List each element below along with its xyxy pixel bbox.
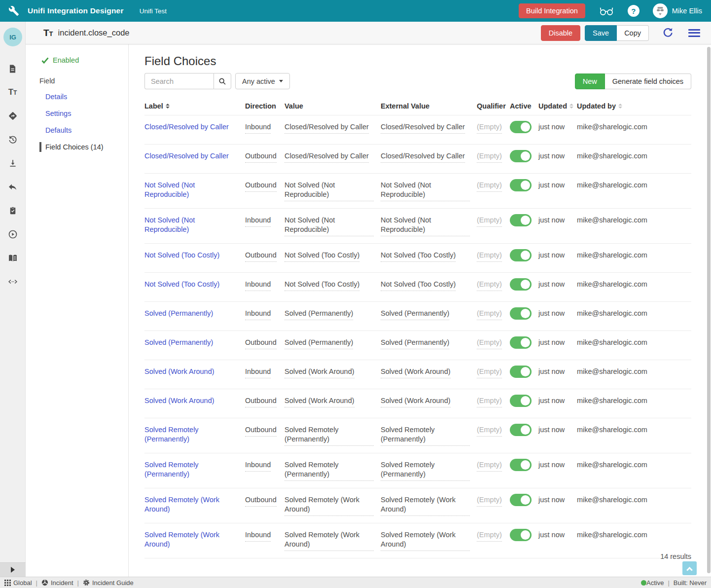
- status-bar-incident[interactable]: Incident: [41, 579, 73, 587]
- active-toggle[interactable]: [510, 307, 532, 320]
- active-toggle[interactable]: [510, 249, 532, 261]
- sidebar-item-field-choices[interactable]: Field Choices (14): [39, 142, 128, 152]
- direction-cell[interactable]: Inbound: [245, 280, 271, 291]
- build-integration-button[interactable]: Build Integration: [519, 3, 585, 18]
- external-value-cell[interactable]: Solved (Permanently): [381, 338, 449, 349]
- user-name[interactable]: Mike Ellis: [672, 7, 702, 15]
- value-cell[interactable]: Closed/Resolved by Caller: [284, 151, 369, 163]
- external-value-cell[interactable]: Closed/Resolved by Caller: [381, 151, 465, 163]
- value-cell[interactable]: Not Solved (Too Costly): [284, 280, 359, 291]
- qualifier-cell[interactable]: (Empty): [477, 338, 502, 349]
- history-icon[interactable]: [0, 128, 25, 151]
- field-choice-link[interactable]: Solved (Work Around): [144, 397, 214, 404]
- external-value-cell[interactable]: Solved (Permanently): [381, 309, 449, 320]
- field-choice-link[interactable]: Solved Remotely (Work Around): [144, 531, 219, 548]
- column-header-value[interactable]: Value: [284, 102, 381, 110]
- user-avatar[interactable]: [653, 3, 668, 18]
- active-toggle[interactable]: [510, 150, 532, 162]
- download-icon[interactable]: [0, 151, 25, 175]
- column-header-external-value[interactable]: External Value: [381, 102, 477, 110]
- status-bar-global[interactable]: Global: [4, 579, 32, 587]
- new-button[interactable]: New: [575, 74, 605, 89]
- code-icon[interactable]: [0, 270, 25, 294]
- value-cell[interactable]: Solved (Work Around): [284, 396, 355, 407]
- value-cell[interactable]: Not Solved (Not Reproducible): [284, 216, 374, 236]
- sidebar-item-settings[interactable]: Settings: [45, 109, 128, 118]
- field-choice-link[interactable]: Solved Remotely (Work Around): [144, 496, 219, 513]
- qualifier-cell[interactable]: (Empty): [477, 367, 502, 378]
- direction-cell[interactable]: Inbound: [245, 309, 271, 320]
- active-toggle[interactable]: [510, 336, 532, 349]
- qualifier-cell[interactable]: (Empty): [477, 280, 502, 291]
- direction-cell[interactable]: Outbound: [245, 151, 277, 163]
- sidebar-item-details[interactable]: Details: [45, 92, 128, 102]
- qualifier-cell[interactable]: (Empty): [477, 495, 502, 507]
- field-choice-link[interactable]: Closed/Resolved by Caller: [144, 123, 229, 131]
- tasks-icon[interactable]: [0, 199, 25, 222]
- active-toggle[interactable]: [510, 121, 532, 133]
- page-scrollbar[interactable]: [707, 47, 711, 573]
- field-choice-link[interactable]: Closed/Resolved by Caller: [144, 152, 229, 160]
- value-cell[interactable]: Not Solved (Too Costly): [284, 251, 359, 262]
- qualifier-cell[interactable]: (Empty): [477, 216, 502, 227]
- qualifier-cell[interactable]: (Empty): [477, 251, 502, 262]
- direction-cell[interactable]: Inbound: [245, 530, 271, 542]
- navigation-icon[interactable]: [0, 104, 25, 128]
- value-cell[interactable]: Closed/Resolved by Caller: [284, 122, 369, 134]
- value-cell[interactable]: Not Solved (Not Reproducible): [284, 181, 374, 201]
- column-header-label[interactable]: Label: [144, 102, 245, 110]
- column-header-updated[interactable]: Updated: [538, 102, 577, 110]
- disable-button[interactable]: Disable: [541, 25, 580, 41]
- column-header-direction[interactable]: Direction: [245, 102, 284, 110]
- qualifier-cell[interactable]: (Empty): [477, 151, 502, 163]
- field-choice-link[interactable]: Not Solved (Not Reproducible): [144, 181, 195, 198]
- external-value-cell[interactable]: Not Solved (Not Reproducible): [381, 216, 470, 236]
- value-cell[interactable]: Solved Remotely (Permanently): [284, 460, 374, 481]
- active-toggle[interactable]: [510, 278, 532, 291]
- column-header-active[interactable]: Active: [510, 102, 538, 110]
- active-toggle[interactable]: [510, 395, 532, 407]
- external-value-cell[interactable]: Solved Remotely (Work Around): [381, 530, 470, 551]
- direction-cell[interactable]: Outbound: [245, 181, 277, 192]
- qualifier-cell[interactable]: (Empty): [477, 460, 502, 472]
- glasses-icon[interactable]: [599, 5, 614, 16]
- active-toggle[interactable]: [510, 494, 532, 506]
- external-value-cell[interactable]: Solved Remotely (Work Around): [381, 495, 470, 516]
- qualifier-cell[interactable]: (Empty): [477, 530, 502, 542]
- save-button[interactable]: Save: [585, 25, 617, 41]
- generate-field-choices-button[interactable]: Generate field choices: [605, 74, 691, 89]
- field-choice-link[interactable]: Solved (Permanently): [144, 309, 213, 317]
- external-value-cell[interactable]: Solved Remotely (Permanently): [381, 425, 470, 446]
- refresh-icon[interactable]: [662, 27, 674, 38]
- reply-icon[interactable]: [0, 175, 25, 199]
- external-value-cell[interactable]: Solved (Work Around): [381, 396, 451, 407]
- active-toggle[interactable]: [510, 424, 532, 436]
- direction-cell[interactable]: Inbound: [245, 216, 271, 227]
- qualifier-cell[interactable]: (Empty): [477, 181, 502, 192]
- external-value-cell[interactable]: Closed/Resolved by Caller: [381, 122, 465, 134]
- column-header-qualifier[interactable]: Qualifier: [477, 102, 510, 110]
- direction-cell[interactable]: Outbound: [245, 495, 277, 507]
- value-cell[interactable]: Solved Remotely (Permanently): [284, 425, 374, 446]
- value-cell[interactable]: Solved Remotely (Work Around): [284, 495, 374, 516]
- play-icon[interactable]: [0, 222, 25, 246]
- direction-cell[interactable]: Outbound: [245, 338, 277, 349]
- active-toggle[interactable]: [510, 366, 532, 378]
- direction-cell[interactable]: Inbound: [245, 367, 271, 378]
- field-choice-link[interactable]: Not Solved (Too Costly): [144, 280, 219, 288]
- qualifier-cell[interactable]: (Empty): [477, 425, 502, 437]
- active-toggle[interactable]: [510, 459, 532, 471]
- search-input[interactable]: [144, 73, 213, 89]
- direction-cell[interactable]: Inbound: [245, 460, 271, 472]
- active-toggle[interactable]: [510, 214, 532, 226]
- field-choice-link[interactable]: Not Solved (Not Reproducible): [144, 216, 195, 233]
- scroll-to-top-button[interactable]: [682, 561, 697, 575]
- search-button[interactable]: [213, 73, 231, 89]
- copy-button[interactable]: Copy: [617, 25, 649, 41]
- help-icon[interactable]: ?: [628, 5, 640, 17]
- qualifier-cell[interactable]: (Empty): [477, 396, 502, 407]
- value-cell[interactable]: Solved (Permanently): [284, 338, 353, 349]
- integration-avatar[interactable]: IG: [3, 28, 22, 46]
- column-header-updated-by[interactable]: Updated by: [577, 102, 691, 110]
- direction-cell[interactable]: Inbound: [245, 122, 271, 134]
